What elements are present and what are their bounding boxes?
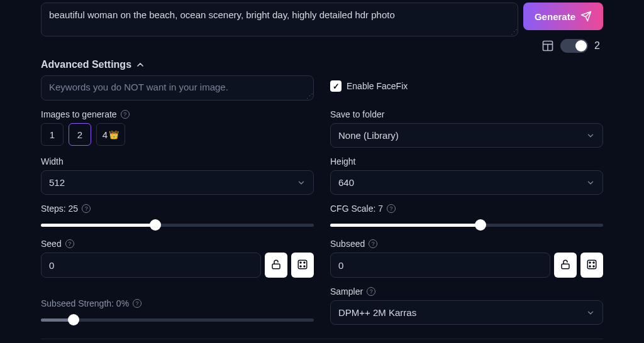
subseed-unlock-button[interactable] — [554, 253, 577, 278]
help-icon[interactable]: ? — [133, 299, 142, 308]
width-value: 512 — [49, 177, 65, 188]
cfg-thumb[interactable] — [475, 219, 486, 231]
layout-grid-icon[interactable] — [541, 40, 554, 52]
height-value: 640 — [338, 177, 354, 188]
help-icon[interactable]: ? — [387, 204, 396, 213]
sampler-value: DPM++ 2M Karras — [338, 307, 416, 318]
svg-point-14 — [593, 261, 594, 263]
svg-point-16 — [593, 265, 594, 266]
images-count-4-label: 4 — [103, 129, 108, 140]
sampler-select[interactable]: DPM++ 2M Karras — [330, 300, 603, 325]
enable-facefix-checkbox[interactable]: ✓ — [330, 80, 341, 92]
svg-point-15 — [589, 265, 591, 266]
svg-point-7 — [300, 261, 301, 263]
svg-rect-6 — [298, 260, 307, 269]
chevron-down-icon — [297, 178, 306, 187]
svg-rect-12 — [587, 260, 596, 269]
seed-shuffle-button[interactable] — [291, 253, 314, 278]
svg-point-9 — [300, 265, 301, 266]
chevron-down-icon — [586, 178, 595, 187]
crown-icon: 👑 — [109, 130, 119, 139]
steps-label: Steps: 25 — [41, 204, 78, 214]
svg-rect-11 — [562, 264, 569, 269]
send-icon — [580, 11, 592, 22]
images-to-generate-label: Images to generate — [41, 109, 117, 119]
subseed-strength-thumb[interactable] — [68, 314, 79, 325]
height-label: Height — [330, 156, 355, 166]
help-icon[interactable]: ? — [367, 287, 375, 296]
check-icon: ✓ — [333, 82, 340, 91]
steps-fill — [41, 224, 155, 227]
enable-facefix-label: Enable FaceFix — [347, 81, 408, 91]
save-to-folder-label: Save to folder — [330, 109, 384, 119]
lock-open-icon — [270, 259, 282, 272]
columns-toggle[interactable] — [560, 39, 588, 53]
advanced-settings-toggle[interactable]: Advanced Settings — [41, 59, 603, 70]
section-title-label: Advanced Settings — [41, 59, 131, 70]
svg-point-10 — [304, 265, 305, 266]
dice-icon — [297, 259, 308, 272]
chevron-up-icon — [135, 60, 145, 70]
toggle-knob — [575, 40, 587, 52]
width-select[interactable]: 512 — [41, 170, 314, 195]
help-icon[interactable]: ? — [82, 204, 91, 213]
save-folder-value: None (Library) — [338, 130, 399, 141]
help-icon[interactable]: ? — [65, 239, 74, 248]
images-count-2[interactable]: 2 — [69, 123, 91, 146]
chevron-down-icon — [586, 308, 595, 317]
images-count-1[interactable]: 1 — [41, 123, 64, 146]
subseed-strength-label: Subseed Strength: 0% — [41, 298, 129, 308]
steps-slider[interactable] — [41, 220, 314, 230]
lock-open-icon — [560, 259, 571, 272]
columns-count: 2 — [594, 40, 603, 52]
save-folder-select[interactable]: None (Library) — [330, 123, 603, 148]
seed-label: Seed — [41, 239, 62, 249]
images-count-4-premium[interactable]: 4 👑 — [96, 123, 125, 146]
svg-point-13 — [589, 261, 591, 263]
seed-unlock-button[interactable] — [265, 253, 287, 278]
width-label: Width — [41, 156, 64, 166]
svg-point-8 — [304, 261, 305, 263]
resize-handle-icon[interactable]: ⋰ — [511, 29, 517, 35]
subseed-input[interactable] — [330, 253, 550, 278]
chevron-down-icon — [586, 131, 595, 140]
cfg-label: CFG Scale: 7 — [330, 204, 383, 214]
generate-button-label: Generate — [535, 11, 575, 22]
cfg-fill — [330, 224, 480, 227]
dice-icon — [586, 259, 597, 272]
cfg-slider[interactable] — [330, 220, 603, 230]
negative-prompt-textarea[interactable]: Keywords you do NOT want in your image. — [41, 75, 314, 101]
subseed-label: Subseed — [330, 239, 365, 249]
help-icon[interactable]: ? — [369, 239, 377, 248]
seed-input[interactable] — [41, 253, 261, 278]
resize-handle-icon[interactable]: ⋰ — [306, 93, 313, 99]
sampler-label: Sampler — [330, 286, 363, 297]
subseed-shuffle-button[interactable] — [580, 253, 603, 278]
divider — [41, 339, 603, 339]
prompt-textarea[interactable]: beautiful woman on the beach, ocean scen… — [41, 3, 518, 36]
steps-thumb[interactable] — [150, 219, 161, 231]
generate-button[interactable]: Generate — [523, 3, 603, 30]
subseed-strength-slider[interactable] — [41, 315, 314, 325]
svg-rect-5 — [272, 264, 280, 269]
height-select[interactable]: 640 — [330, 170, 603, 195]
help-icon[interactable]: ? — [121, 110, 130, 119]
